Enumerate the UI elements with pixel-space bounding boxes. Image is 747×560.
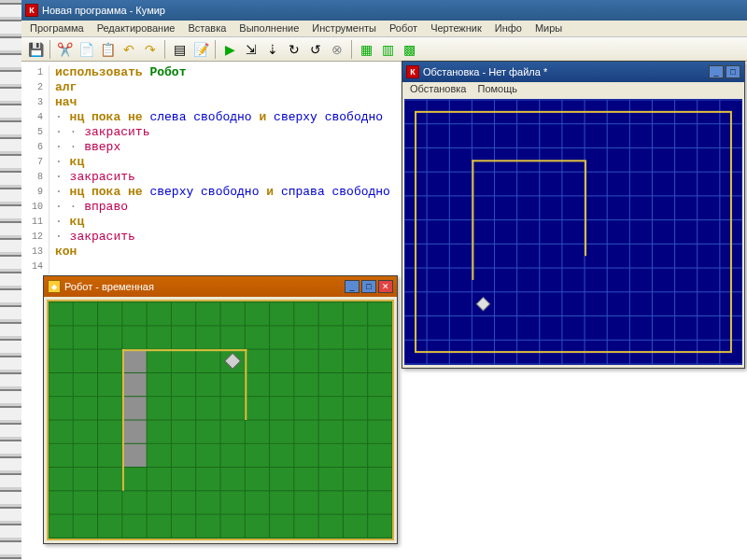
redo-icon[interactable]: ↷: [140, 39, 161, 60]
grid1-icon[interactable]: ▦: [356, 39, 376, 60]
robot-titlebar[interactable]: ◆ Робот - временная _ □ ✕: [44, 276, 397, 297]
save-icon[interactable]: 💾: [25, 39, 46, 60]
line-number: 12: [21, 230, 49, 245]
minimize-button[interactable]: _: [345, 280, 359, 293]
line-text: кон: [49, 245, 77, 259]
line-number: 10: [21, 200, 49, 215]
grid3-icon[interactable]: ▩: [399, 39, 419, 60]
obs-menubar: Обстановка Помощь: [402, 82, 744, 97]
line-number: 7: [21, 155, 49, 170]
svg-rect-67: [476, 298, 489, 311]
line-text: [49, 259, 55, 274]
menu-drawer[interactable]: Чертежник: [424, 21, 488, 36]
line-text: · кц: [49, 215, 84, 230]
line-text: · · вверх: [49, 140, 120, 155]
line-text: · · вправо: [49, 200, 128, 215]
menu-worlds[interactable]: Миры: [529, 21, 569, 36]
menu-info[interactable]: Инфо: [488, 21, 529, 36]
obs-menu-help[interactable]: Помощь: [472, 82, 523, 97]
svg-rect-32: [122, 349, 247, 351]
main-menubar: Программа Редактирование Вставка Выполне…: [21, 21, 747, 37]
main-titlebar[interactable]: К Новая программа - Кумир: [21, 0, 747, 21]
line-number: 14: [21, 259, 49, 274]
svg-rect-3: [122, 420, 147, 443]
obs-icon: К: [406, 65, 419, 78]
line-text: алг: [49, 80, 77, 95]
svg-rect-0: [122, 349, 147, 372]
svg-rect-65: [472, 160, 585, 161]
step-in-icon[interactable]: ⇲: [241, 39, 261, 60]
svg-rect-1: [122, 372, 147, 396]
line-text: использовать Робот: [49, 65, 186, 80]
step-out-icon[interactable]: ↺: [305, 39, 326, 60]
line-text: · · закрасить: [49, 125, 149, 140]
robot-grid[interactable]: [47, 300, 394, 540]
obs-window-title: Обстановка - Нет файла *: [423, 66, 547, 77]
line-number: 1: [21, 65, 49, 80]
grid2-icon[interactable]: ▥: [377, 39, 398, 60]
maximize-button[interactable]: □: [726, 65, 740, 78]
window-title: Новая программа - Кумир: [42, 5, 165, 16]
step-over-icon[interactable]: ↻: [284, 39, 304, 60]
svg-rect-34: [225, 353, 241, 369]
app-icon: К: [25, 4, 38, 17]
line-number: 5: [21, 125, 49, 140]
svg-rect-31: [122, 349, 124, 491]
step-icon[interactable]: ⇣: [262, 39, 283, 60]
obs-menu-obstanovka[interactable]: Обстановка: [404, 82, 472, 97]
line-number: 4: [21, 110, 49, 125]
svg-rect-2: [122, 397, 147, 420]
menu-run[interactable]: Выполнение: [233, 21, 305, 36]
menu-program[interactable]: Программа: [23, 21, 91, 36]
svg-rect-66: [585, 160, 586, 256]
line-number: 11: [21, 215, 49, 230]
obs-grid[interactable]: [404, 99, 742, 365]
menu-tools[interactable]: Инструменты: [305, 21, 383, 36]
run-icon[interactable]: ▶: [219, 39, 240, 60]
robot-window[interactable]: ◆ Робот - временная _ □ ✕: [43, 275, 398, 544]
svg-rect-33: [245, 349, 247, 420]
line-text: · закрасить: [49, 230, 135, 245]
line-number: 8: [21, 170, 49, 185]
line-text: · закрасить: [49, 170, 135, 185]
copy-icon[interactable]: 📄: [76, 39, 96, 60]
line-text: · нц пока не сверху свободно и справа св…: [49, 185, 390, 200]
maximize-button[interactable]: □: [361, 280, 376, 293]
close-button[interactable]: ✕: [378, 280, 393, 293]
line-text: нач: [49, 95, 77, 110]
line-number: 6: [21, 140, 49, 155]
line-number: 13: [21, 245, 49, 259]
cut-icon[interactable]: ✂️: [54, 39, 75, 60]
menu-insert[interactable]: Вставка: [181, 21, 233, 36]
line-text: · кц: [49, 155, 84, 170]
stop-icon[interactable]: ⊗: [327, 39, 347, 60]
main-toolbar: 💾 ✂️ 📄 📋 ↶ ↷ ▤ 📝 ▶ ⇲ ⇣ ↻ ↺ ⊗ ▦ ▥ ▩: [21, 37, 747, 62]
line-number: 2: [21, 80, 49, 95]
doc-icon[interactable]: ▤: [169, 39, 190, 60]
svg-rect-64: [472, 160, 473, 280]
menu-robot[interactable]: Робот: [383, 21, 424, 36]
spiral-binding: [0, 0, 21, 560]
minimize-button[interactable]: _: [709, 65, 724, 78]
robot-icon: ◆: [48, 280, 61, 293]
obstanovka-window[interactable]: К Обстановка - Нет файла * _ □ Обстановк…: [402, 61, 745, 369]
line-number: 9: [21, 185, 49, 200]
paste-icon[interactable]: 📋: [97, 39, 118, 60]
menu-edit[interactable]: Редактирование: [91, 21, 182, 36]
line-text: · нц пока не слева свободно и сверху сво…: [49, 110, 383, 125]
undo-icon[interactable]: ↶: [119, 39, 139, 60]
svg-rect-4: [122, 443, 147, 467]
robot-window-title: Робот - временная: [64, 281, 154, 292]
clipboard-icon[interactable]: 📝: [190, 39, 211, 60]
line-number: 3: [21, 95, 49, 110]
obs-titlebar[interactable]: К Обстановка - Нет файла * _ □: [402, 62, 744, 82]
